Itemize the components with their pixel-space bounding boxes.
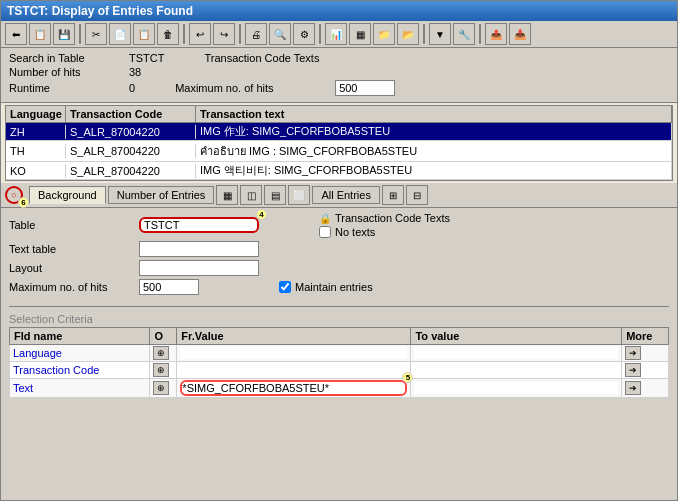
- no-texts-checkbox-label: No texts: [319, 226, 450, 238]
- criteria-table-head: Fld name O Fr.Value To value More: [10, 328, 669, 345]
- toolbar-btn-9[interactable]: ↪: [213, 23, 235, 45]
- selection-criteria-section: Selection Criteria Fld name O Fr.Value T…: [1, 302, 677, 500]
- toolbar-btn-14[interactable]: ▦: [349, 23, 371, 45]
- runtime-value: 0: [129, 82, 135, 94]
- badge-number-6: 6: [18, 197, 29, 208]
- toolbar-btn-16[interactable]: 📂: [397, 23, 419, 45]
- transaction-code-texts-form-label: Transaction Code Texts: [335, 212, 450, 224]
- criteria-fr-tcode[interactable]: [177, 362, 411, 379]
- max-hits-form-input[interactable]: [139, 279, 199, 295]
- toolbar-btn-13[interactable]: 📊: [325, 23, 347, 45]
- toolbar-btn-5[interactable]: 📄: [109, 23, 131, 45]
- layout-label: Layout: [9, 262, 139, 274]
- maintain-entries-checkbox[interactable]: [279, 281, 291, 293]
- tab-background[interactable]: Background: [29, 186, 106, 204]
- toolbar-btn-1[interactable]: ⬅: [5, 23, 27, 45]
- criteria-more-1[interactable]: ➔: [622, 345, 669, 362]
- more-arrow-1[interactable]: ➔: [625, 346, 641, 360]
- toolbar-btn-8[interactable]: ↩: [189, 23, 211, 45]
- main-window: TSTCT: Display of Entries Found ⬅ 📋 💾 ✂ …: [0, 0, 678, 501]
- to-value-tcode-input[interactable]: [414, 364, 618, 376]
- col-more: More: [622, 328, 669, 345]
- fr-value-text-container: 5: [180, 380, 407, 396]
- criteria-to-language[interactable]: [411, 345, 622, 362]
- toolbar-btn-3[interactable]: 💾: [53, 23, 75, 45]
- op-icon-3[interactable]: ⊕: [153, 381, 169, 395]
- tab-icon-4[interactable]: ⬜: [288, 185, 310, 205]
- toolbar-btn-17[interactable]: ▼: [429, 23, 451, 45]
- row2-text: คำอธิบาย IMG : SIMG_CFORFBOBA5STEU: [196, 141, 672, 161]
- no-texts-checkbox[interactable]: [319, 226, 331, 238]
- criteria-to-tcode[interactable]: [411, 362, 622, 379]
- op-icon-2[interactable]: ⊕: [153, 363, 169, 377]
- row3-lang: KO: [6, 164, 66, 178]
- toolbar-btn-10[interactable]: 🖨: [245, 23, 267, 45]
- toolbar-btn-6[interactable]: 📋: [133, 23, 155, 45]
- form-section: Table 4 🔒 Transaction Code Texts No text…: [1, 208, 677, 302]
- search-in-table-value: TSTCT: [129, 52, 164, 64]
- fr-value-text-input[interactable]: [180, 380, 407, 396]
- col-header-lang: Language: [6, 106, 66, 122]
- criteria-table-body: Language ⊕ ➔ Transaction Code ⊕: [10, 345, 669, 398]
- layout-input[interactable]: [139, 260, 259, 276]
- criteria-row-tcode: Transaction Code ⊕ ➔: [10, 362, 669, 379]
- table-input[interactable]: [139, 217, 259, 233]
- col-frvalue: Fr.Value: [177, 328, 411, 345]
- text-table-input[interactable]: [139, 241, 259, 257]
- criteria-op-1[interactable]: ⊕: [150, 345, 177, 362]
- criteria-fr-language[interactable]: [177, 345, 411, 362]
- tab-all-entries[interactable]: All Entries: [312, 186, 380, 204]
- criteria-field-text: Text: [10, 379, 150, 398]
- row1-text: IMG 作业: SIMG_CFORFBOBA5STEU: [196, 123, 672, 140]
- criteria-to-text[interactable]: [411, 379, 622, 398]
- table-header: Language Transaction Code Transaction te…: [6, 106, 672, 123]
- tab-icon-1[interactable]: ▦: [216, 185, 238, 205]
- right-checkboxes: 🔒 Transaction Code Texts No texts: [319, 212, 450, 238]
- fr-value-language-input[interactable]: [180, 347, 407, 359]
- criteria-field-tcode: Transaction Code: [10, 362, 150, 379]
- toolbar-btn-2[interactable]: 📋: [29, 23, 51, 45]
- row1-tcode: S_ALR_87004220: [66, 125, 196, 139]
- to-value-text-input[interactable]: [414, 382, 618, 394]
- fr-value-tcode-input[interactable]: [180, 364, 407, 376]
- op-icon-1[interactable]: ⊕: [153, 346, 169, 360]
- toolbar-sep-1: [79, 24, 81, 44]
- toolbar-btn-19[interactable]: 📤: [485, 23, 507, 45]
- maintain-entries-label: Maintain entries: [295, 281, 373, 293]
- row3-text: IMG 액티비티: SIMG_CFORFBOBA5STEU: [196, 162, 672, 179]
- toolbar-sep-4: [319, 24, 321, 44]
- badge-6-container: ○ 6: [5, 186, 23, 204]
- toolbar-btn-7[interactable]: 🗑: [157, 23, 179, 45]
- criteria-fr-text[interactable]: 5: [177, 379, 411, 398]
- toolbar-btn-18[interactable]: 🔧: [453, 23, 475, 45]
- tab-icon-3[interactable]: ▤: [264, 185, 286, 205]
- table-row[interactable]: TH S_ALR_87004220 คำอธิบาย IMG : SIMG_CF…: [6, 141, 672, 162]
- more-arrow-2[interactable]: ➔: [625, 363, 641, 377]
- table-row[interactable]: ZH S_ALR_87004220 IMG 作业: SIMG_CFORFBOBA…: [6, 123, 672, 141]
- tab-icon-6[interactable]: ⊟: [406, 185, 428, 205]
- criteria-more-3[interactable]: ➔: [622, 379, 669, 398]
- toolbar-sep-3: [239, 24, 241, 44]
- toolbar-btn-20[interactable]: 📥: [509, 23, 531, 45]
- table-row[interactable]: KO S_ALR_87004220 IMG 액티비티: SIMG_CFORFBO…: [6, 162, 672, 180]
- tab-number-of-entries[interactable]: Number of Entries: [108, 186, 215, 204]
- to-value-language-input[interactable]: [414, 347, 618, 359]
- toolbar-btn-4[interactable]: ✂: [85, 23, 107, 45]
- tab-icon-2[interactable]: ◫: [240, 185, 262, 205]
- more-arrow-3[interactable]: ➔: [625, 381, 641, 395]
- toolbar-btn-15[interactable]: 📁: [373, 23, 395, 45]
- text-table-label: Text table: [9, 243, 139, 255]
- criteria-op-2[interactable]: ⊕: [150, 362, 177, 379]
- criteria-more-2[interactable]: ➔: [622, 362, 669, 379]
- criteria-op-3[interactable]: ⊕: [150, 379, 177, 398]
- col-header-text: Transaction text: [196, 106, 672, 122]
- tab-icon-5[interactable]: ⊞: [382, 185, 404, 205]
- criteria-header-row: Fld name O Fr.Value To value More: [10, 328, 669, 345]
- toolbar-btn-12[interactable]: ⚙: [293, 23, 315, 45]
- row2-tcode: S_ALR_87004220: [66, 144, 196, 158]
- tab-bar: ○ 6 Background Number of Entries ▦ ◫ ▤ ⬜…: [1, 183, 677, 208]
- max-hits-label: Maximum no. of hits: [175, 82, 335, 94]
- max-hits-input[interactable]: [335, 80, 395, 96]
- toolbar-btn-11[interactable]: 🔍: [269, 23, 291, 45]
- results-table: Language Transaction Code Transaction te…: [5, 105, 673, 181]
